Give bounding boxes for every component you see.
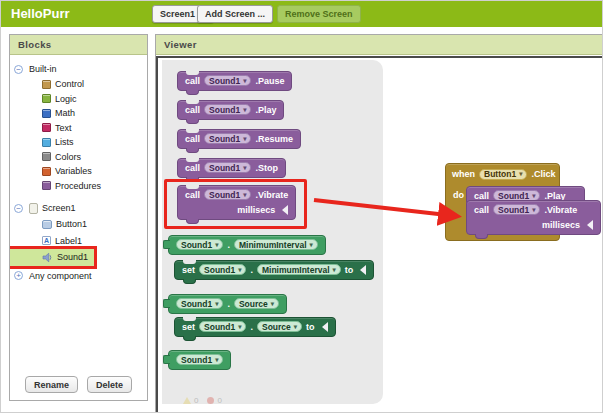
call-keyword: call	[185, 105, 200, 115]
dropdown-sound1[interactable]: Sound1▾	[204, 162, 251, 173]
block-row: callSound1▾.Pause	[185, 74, 284, 87]
rename-button[interactable]: Rename	[25, 376, 78, 393]
variables-category-icon	[42, 167, 51, 176]
tree-group-builtin[interactable]: −Built-in	[10, 61, 147, 77]
block-set-sound1-minimuminterval[interactable]: setSound1▾.MinimumInterval▾to	[174, 260, 374, 280]
call-keyword: call	[185, 134, 200, 144]
value-socket[interactable]	[587, 220, 593, 230]
dropdown-sound1[interactable]: Sound1▾	[199, 264, 246, 275]
dropdown-sound1[interactable]: Sound1▾	[176, 239, 223, 250]
dropdown-source[interactable]: Source▾	[257, 321, 302, 332]
dropdown-button1[interactable]: Button1▾	[479, 169, 527, 180]
component-item-label1[interactable]: ALabel1	[10, 233, 147, 250]
dropdown-sound1[interactable]: Sound1▾	[176, 298, 223, 309]
dropdown-source[interactable]: Source▾	[234, 298, 279, 309]
bottom-bump	[186, 219, 199, 224]
when-button1-click-block[interactable]: whenButton1▾.ClickdocallSound1▾.Playcall…	[445, 163, 560, 241]
block-call-sound1-pause[interactable]: callSound1▾.Pause	[177, 71, 292, 91]
top-notch	[186, 71, 199, 75]
chevron-down-icon: ▾	[243, 106, 246, 114]
call-keyword: call	[185, 190, 200, 200]
sound-icon	[42, 252, 53, 263]
tree-group-screen1[interactable]: −Screen1	[10, 200, 147, 216]
set-keyword: set	[182, 322, 195, 332]
dropdown-value: Sound1	[209, 163, 240, 173]
palette-item-label: Text	[55, 123, 72, 133]
math-category-icon	[42, 109, 51, 118]
delete-button[interactable]: Delete	[87, 376, 132, 393]
dropdown-sound1[interactable]: Sound1▾	[204, 104, 251, 115]
dropdown-sound1[interactable]: Sound1▾	[493, 204, 540, 215]
screen-icon	[29, 203, 38, 214]
dropdown-value: Sound1	[498, 191, 529, 201]
blocks-workspace[interactable]: callSound1▾.PausecallSound1▾.PlaycallSou…	[156, 56, 603, 413]
palette-item-lists[interactable]: Lists	[10, 135, 147, 150]
palette-item-math[interactable]: Math	[10, 106, 147, 121]
warning-count: 0	[194, 396, 198, 405]
dropdown-sound1[interactable]: Sound1▾	[204, 75, 251, 86]
block-call-sound1-stop[interactable]: callSound1▾.Stop	[177, 158, 286, 178]
dropdown-value: Sound1	[209, 105, 240, 115]
tree-group-label: Screen1	[42, 203, 76, 213]
block-component-sound1[interactable]: Sound1▾	[168, 350, 231, 370]
value-socket[interactable]	[322, 322, 328, 332]
chevron-down-icon: ▾	[243, 135, 246, 143]
palette-item-colors[interactable]: Colors	[10, 150, 147, 165]
blocks-panel: Blocks −Built-inControlLogicMathTextList…	[9, 34, 148, 401]
dropdown-sound1[interactable]: Sound1▾	[199, 321, 246, 332]
component-item-button1[interactable]: Button1	[10, 216, 147, 233]
tree-expander-icon[interactable]: +	[14, 271, 23, 280]
chevron-down-icon: ▾	[243, 164, 246, 172]
value-socket[interactable]	[282, 205, 288, 215]
block-call-sound1-vibrate[interactable]: callSound1▾.Vibratemillisecs	[466, 200, 601, 235]
dropdown-minimuminterval[interactable]: MinimumInterval▾	[234, 239, 318, 250]
tree-group-any-component[interactable]: +Any component	[10, 268, 147, 284]
palette-item-logic[interactable]: Logic	[10, 92, 147, 107]
block-row: callSound1▾.Vibrate	[185, 188, 288, 201]
dropdown-value: Sound1	[209, 76, 240, 86]
value-socket[interactable]	[360, 265, 366, 275]
tree-expander-icon[interactable]: −	[14, 204, 23, 213]
palette-item-text[interactable]: Text	[10, 121, 147, 136]
dot-label: .	[250, 322, 253, 332]
component-footer-buttons: Rename Delete	[10, 376, 147, 393]
method-label: .Vibrate	[544, 205, 577, 215]
colors-category-icon	[42, 152, 51, 161]
dot-label: .	[250, 265, 253, 275]
block-call-sound1-vibrate[interactable]: callSound1▾.Vibratemillisecs	[177, 185, 296, 220]
chevron-down-icon: ▾	[215, 300, 218, 308]
palette-item-control[interactable]: Control	[10, 77, 147, 92]
block-row: callSound1▾.Stop	[185, 161, 278, 174]
chevron-down-icon: ▾	[532, 192, 535, 200]
palette-item-procedures[interactable]: Procedures	[10, 179, 147, 194]
block-row: setSound1▾.Source▾to	[182, 320, 328, 333]
blocks-panel-header: Blocks	[10, 35, 147, 55]
palette-item-variables[interactable]: Variables	[10, 164, 147, 179]
add-screen-button[interactable]: Add Screen ...	[197, 5, 273, 23]
block-call-sound1-play[interactable]: callSound1▾.Play	[177, 100, 284, 120]
chevron-down-icon: ▾	[532, 206, 535, 214]
palette-item-label: Control	[55, 79, 84, 89]
bottom-bump	[186, 119, 199, 124]
block-set-sound1-source[interactable]: setSound1▾.Source▾to	[174, 317, 336, 337]
event-block-header: whenButton1▾.Click	[446, 164, 559, 180]
top-notch	[183, 260, 196, 264]
add-screen-label: Add Screen ...	[205, 9, 265, 19]
tree-expander-icon[interactable]: −	[14, 65, 23, 74]
block-get-sound1-source[interactable]: Sound1▾.Source▾	[168, 294, 287, 314]
block-get-sound1-minimuminterval[interactable]: Sound1▾.MinimumInterval▾	[168, 235, 326, 255]
dropdown-minimuminterval[interactable]: MinimumInterval▾	[257, 264, 341, 275]
chevron-down-icon: ▾	[215, 356, 218, 364]
component-item-sound1[interactable]: Sound1	[10, 249, 94, 266]
dropdown-sound1[interactable]: Sound1▾	[176, 354, 223, 365]
method-label: .Stop	[255, 163, 278, 173]
component-item-label: Label1	[55, 236, 82, 246]
error-count: 0	[217, 396, 221, 405]
dropdown-sound1[interactable]: Sound1▾	[204, 133, 251, 144]
event-label: .Click	[531, 169, 555, 179]
param-row: millisecs	[185, 203, 288, 216]
dropdown-sound1[interactable]: Sound1▾	[204, 189, 251, 200]
block-call-sound1-resume[interactable]: callSound1▾.Resume	[177, 129, 301, 149]
dropdown-value: Sound1	[181, 299, 212, 309]
remove-screen-button[interactable]: Remove Screen	[277, 5, 361, 23]
